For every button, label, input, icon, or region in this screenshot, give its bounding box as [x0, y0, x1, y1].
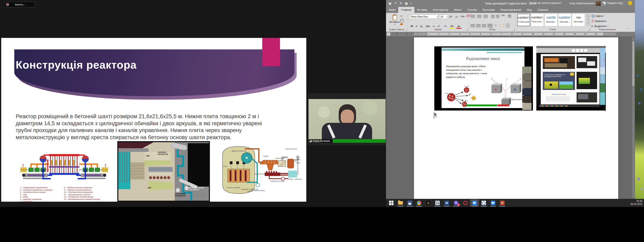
start-button[interactable] — [387, 199, 396, 206]
subscript-button[interactable]: x₂ — [432, 24, 436, 28]
show-marks-icon[interactable]: ¶ — [508, 14, 512, 18]
alpha-label: α — [520, 78, 521, 80]
clipboard-dialog-launcher[interactable] — [405, 29, 407, 31]
font-dialog-launcher[interactable] — [466, 29, 468, 31]
style-tile[interactable]: АаБбВіЗаголово... — [544, 14, 558, 26]
ribbon-tab[interactable]: Вставка — [414, 7, 430, 13]
taskbar-aimp[interactable]: A — [424, 199, 433, 206]
style-tile[interactable]: АаБбВвГЗаголово... — [558, 14, 571, 26]
ribbon-tab[interactable]: Главная — [398, 7, 414, 13]
increase-indent-icon[interactable] — [496, 15, 500, 18]
align-center-icon[interactable] — [476, 24, 480, 27]
highlight-button[interactable]: ab▾ — [450, 25, 454, 29]
font-color-button[interactable]: А▾ — [456, 25, 461, 29]
scrollbar-thumb[interactable] — [632, 42, 634, 86]
paste-button[interactable]: Вставить ▾ — [390, 15, 400, 25]
paragraph-dialog-launcher[interactable] — [513, 29, 515, 31]
style-tile[interactable]: АаБбВвГг,¶ Без инте... — [531, 14, 544, 26]
nested-ribbon — [536, 48, 606, 53]
ribbon-tab[interactable]: Вид — [524, 7, 534, 13]
taskbar-floppy-app[interactable] — [405, 199, 414, 206]
cut-icon[interactable]: ✂ — [400, 15, 403, 18]
vertical-scrollbar[interactable] — [632, 37, 634, 198]
ribbon-tab[interactable]: Справка — [535, 7, 551, 13]
paste-dropdown-icon[interactable]: ▾ — [394, 23, 395, 25]
bullet-list-icon[interactable] — [470, 15, 475, 18]
embedded-screenshot-2[interactable]: Радіоактивне забруднення та дія радіоакт… — [536, 46, 606, 110]
indent-marker-right[interactable] — [601, 34, 603, 35]
text-effects-button[interactable]: А▾ — [443, 24, 448, 28]
paste-label: Вставить — [390, 21, 400, 23]
radiation-field-photo — [544, 81, 558, 89]
style-tile[interactable]: АаБбВвГг,¶ Обычный — [517, 14, 530, 26]
taskbar-zoom-2[interactable] — [489, 199, 498, 206]
d3-label-moderator: Grafitinis stabdiklis — [226, 187, 242, 189]
word-window: ▣ ↶ ↻ ▦ ▾ Теми доповідей студентів.docx … — [386, 0, 635, 199]
collapse-ribbon-icon[interactable]: ⌃ — [628, 28, 630, 31]
decrease-indent-icon[interactable] — [491, 15, 495, 18]
taskbar-powerpoint[interactable]: P — [498, 199, 507, 206]
multilevel-list-icon[interactable] — [484, 15, 488, 18]
ribbon-tab[interactable]: Ссылки — [464, 7, 480, 13]
ribbon-tab[interactable]: Рецензирование — [498, 7, 524, 13]
font-name-combo[interactable]: Times New Ron▾ — [409, 15, 438, 19]
styles-dialog-launcher[interactable] — [588, 29, 590, 31]
align-left-icon[interactable] — [470, 24, 475, 27]
line-spacing-icon[interactable]: ↕≡ — [494, 23, 497, 26]
taskbar-chrome[interactable] — [414, 199, 424, 206]
grass-sky-photo — [559, 81, 573, 89]
taskbar-word[interactable]: W — [442, 199, 451, 206]
replace-button[interactable]: abacЗаменить — [592, 19, 606, 23]
desktop-wallpaper-strip[interactable] — [635, 0, 644, 199]
taskbar-search-app[interactable] — [433, 199, 442, 206]
share-button[interactable]: Поделиться — [604, 0, 621, 6]
copy-icon-2[interactable] — [401, 20, 404, 23]
d3-label-transformer: Transformatorius — [280, 148, 302, 150]
taskbar-clock[interactable]: 15:32 26.04.2021 — [630, 200, 642, 206]
grow-font-button[interactable]: А▲ — [449, 14, 454, 18]
taskbar-zoom-active[interactable] — [470, 199, 479, 206]
tab-selector[interactable]: ∟ — [386, 32, 390, 36]
underline-button[interactable]: Ч▾ — [419, 24, 424, 28]
ribbon-tab[interactable]: Конструктор — [430, 7, 451, 13]
clear-format-eraser-icon[interactable] — [466, 15, 470, 17]
style-tile[interactable]: АabЗаголовок — [572, 14, 585, 26]
taskbar-geogebra[interactable] — [480, 199, 488, 206]
justify-icon[interactable] — [488, 24, 492, 27]
taskbar-file-explorer[interactable] — [396, 199, 405, 206]
bold-button[interactable]: Ж — [409, 24, 414, 28]
legend-line: 12 – Охладитель (конденсатор) — [64, 196, 100, 198]
indent-marker-left[interactable] — [427, 32, 429, 36]
word-titlebar[interactable]: ▣ ↶ ↻ ▦ ▾ Теми доповідей студентів.docx … — [386, 0, 635, 7]
italic-button[interactable]: К — [414, 24, 419, 28]
find-button[interactable]: Найти▾ — [592, 15, 605, 18]
ribbon-tab[interactable]: Рассылки — [480, 7, 498, 13]
numbered-list-icon[interactable] — [477, 15, 482, 18]
shading-icon[interactable] — [500, 24, 504, 27]
ribbon-tab[interactable]: Файл — [386, 7, 398, 13]
feedback-smiley-icon[interactable] — [628, 1, 632, 5]
styles-scrollbar[interactable]: ▴▾▾ — [586, 14, 590, 25]
taskbar-viber[interactable]: V2 — [452, 199, 460, 206]
change-case-button[interactable]: Aa▾ — [460, 14, 466, 18]
superscript-button[interactable]: x² — [436, 24, 441, 28]
strikethrough-button[interactable]: abc — [426, 24, 430, 28]
account-name[interactable]: Yuriy Sukhoivanenko — [569, 0, 595, 7]
tell-me-box[interactable]: Что вы хотите сделать? — [529, 0, 562, 6]
ribbon-tab[interactable]: Макет — [451, 7, 464, 13]
recording-indicator[interactable]: Запись... — [4, 2, 34, 8]
borders-icon[interactable] — [506, 24, 510, 27]
ruler[interactable]: 3211234567891011121314151618 ∟ — [386, 32, 635, 36]
font-size-combo[interactable]: 14▾ — [439, 15, 448, 19]
embedded-screenshot-1[interactable]: Радіоактивні хвилі Проникаюча радіація я… — [434, 46, 533, 110]
shrink-font-button[interactable]: А▼ — [454, 15, 459, 19]
nested-thumb-desktop — [576, 56, 597, 68]
sort-icon[interactable]: АЯ↓ — [502, 15, 505, 17]
taskbar-opera[interactable] — [461, 199, 470, 206]
webcam-tile[interactable]: Саша Антюшко — [308, 93, 386, 145]
select-button[interactable]: Выделить▾ — [592, 25, 608, 28]
document-page[interactable]: Радіоактивні хвилі Проникаюча радіація я… — [414, 37, 618, 199]
align-right-icon[interactable] — [482, 24, 486, 27]
format-painter-icon[interactable] — [400, 23, 403, 25]
participants-strip — [522, 67, 532, 110]
